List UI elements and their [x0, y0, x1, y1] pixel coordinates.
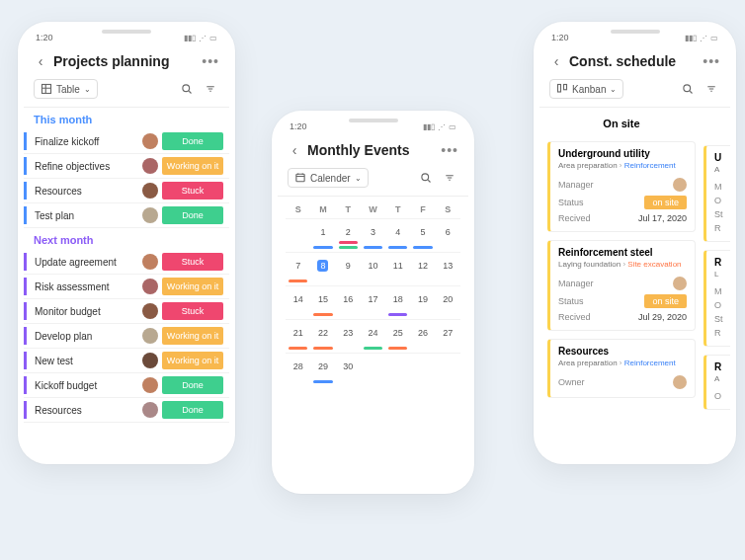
calendar-cell[interactable]: 26 [410, 319, 435, 353]
calendar-cell[interactable]: 28 [286, 353, 310, 386]
avatar[interactable] [142, 353, 158, 368]
status-pill[interactable]: Working on it [162, 157, 223, 175]
event-bar[interactable] [289, 280, 307, 282]
task-row[interactable]: Finalize kickoffDone [24, 129, 229, 154]
calendar-cell[interactable] [361, 353, 385, 386]
filter-icon[interactable] [703, 80, 720, 98]
calendar-cell[interactable]: 17 [361, 285, 385, 319]
avatar[interactable] [142, 279, 158, 294]
task-row[interactable]: ResourcesStuck [24, 179, 229, 203]
calendar-cell[interactable]: 29 [310, 353, 335, 386]
back-icon[interactable]: ‹ [288, 143, 301, 157]
status-pill[interactable]: on site [644, 294, 687, 308]
breadcrumb-link[interactable]: Site excavation [627, 260, 681, 269]
avatar[interactable] [142, 207, 158, 223]
task-row[interactable]: Kickoff budgetDone [24, 373, 229, 398]
event-bar[interactable] [364, 347, 382, 350]
event-bar[interactable] [339, 241, 358, 244]
task-row[interactable]: New testWorking on it [24, 349, 229, 373]
calendar-cell[interactable]: 24 [361, 319, 385, 353]
breadcrumb-link[interactable]: Reinforcement [624, 161, 676, 170]
task-row[interactable]: Update agreementStuck [24, 250, 229, 275]
view-selector[interactable]: Calender ⌄ [288, 168, 369, 188]
back-icon[interactable]: ‹ [549, 54, 563, 68]
calendar-cell[interactable]: 12 [410, 252, 435, 285]
calendar-cell[interactable]: 5 [410, 218, 435, 252]
breadcrumb-link[interactable]: Reinforcement [624, 359, 676, 367]
status-pill[interactable]: Stuck [162, 302, 223, 320]
calendar-cell[interactable]: 14 [286, 285, 310, 319]
avatar[interactable] [142, 303, 158, 319]
calendar-cell[interactable]: 13 [436, 252, 460, 285]
calendar-cell[interactable]: 16 [336, 285, 361, 319]
calendar-cell[interactable]: 30 [336, 353, 361, 386]
kanban-card[interactable]: ResourcesArea preparation › Reinforcemen… [547, 339, 696, 398]
search-icon[interactable] [417, 169, 435, 187]
calendar-cell[interactable]: 1 [310, 218, 335, 252]
filter-icon[interactable] [202, 80, 219, 98]
calendar-cell[interactable]: 19 [410, 285, 435, 319]
kanban-card[interactable]: Reinforcement steelLaying foundation › S… [547, 240, 696, 331]
event-bar[interactable] [313, 246, 332, 249]
status-pill[interactable]: Working on it [162, 352, 223, 369]
calendar-cell[interactable] [410, 353, 435, 386]
calendar-cell[interactable]: 23 [336, 319, 361, 353]
avatar[interactable] [673, 277, 687, 290]
calendar-cell[interactable]: 18 [385, 285, 410, 319]
kanban-card-peek[interactable]: RAO [704, 355, 730, 410]
more-icon[interactable]: ••• [703, 53, 720, 69]
calendar-cell[interactable] [385, 353, 410, 386]
kanban-card-peek[interactable]: UAMOStR [704, 145, 730, 242]
status-pill[interactable]: Working on it [162, 327, 223, 345]
calendar-cell[interactable]: 8 [310, 252, 335, 285]
task-row[interactable]: Test planDone [24, 203, 229, 228]
avatar[interactable] [142, 328, 158, 344]
status-pill[interactable]: Done [162, 376, 223, 394]
more-icon[interactable]: ••• [441, 142, 458, 158]
status-pill[interactable]: Working on it [162, 278, 223, 295]
calendar-cell[interactable]: 2 [336, 218, 361, 252]
calendar-cell[interactable]: 20 [436, 285, 460, 319]
avatar[interactable] [673, 178, 687, 192]
event-bar[interactable] [313, 380, 332, 383]
calendar-cell[interactable]: 21 [286, 319, 310, 353]
calendar-cell[interactable]: 25 [385, 319, 410, 353]
more-icon[interactable]: ••• [202, 53, 219, 69]
back-icon[interactable]: ‹ [34, 54, 47, 68]
status-pill[interactable]: Stuck [162, 182, 223, 200]
status-pill[interactable]: Stuck [162, 253, 223, 271]
event-bar[interactable] [313, 313, 332, 316]
avatar[interactable] [142, 402, 158, 418]
avatar[interactable] [142, 133, 158, 149]
event-bar[interactable] [364, 246, 382, 249]
event-bar[interactable] [339, 246, 358, 249]
view-selector[interactable]: Table ⌄ [34, 79, 98, 99]
filter-icon[interactable] [441, 169, 458, 187]
event-bar[interactable] [413, 246, 432, 249]
group-header[interactable]: Next month [24, 228, 229, 250]
task-row[interactable]: Monitor budgetStuck [24, 299, 229, 324]
calendar-cell[interactable]: 22 [310, 319, 335, 353]
calendar-cell[interactable]: 9 [336, 252, 361, 285]
view-selector[interactable]: Kanban ⌄ [549, 79, 623, 99]
calendar-cell[interactable]: 11 [385, 252, 410, 285]
calendar-cell[interactable]: 27 [436, 319, 460, 353]
status-pill[interactable]: Done [162, 132, 223, 150]
calendar-cell[interactable] [436, 353, 460, 386]
task-row[interactable]: Risk assessmentWorking on it [24, 275, 229, 299]
event-bar[interactable] [388, 347, 407, 350]
kanban-card-peek[interactable]: RLMOStR [704, 250, 730, 347]
event-bar[interactable] [388, 313, 407, 316]
event-bar[interactable] [289, 347, 307, 350]
avatar[interactable] [142, 377, 158, 393]
task-row[interactable]: Refine objectivesWorking on it [24, 154, 229, 179]
status-pill[interactable]: Done [162, 206, 223, 224]
calendar-cell[interactable]: 10 [361, 252, 385, 285]
calendar-cell[interactable]: 3 [361, 218, 385, 252]
avatar[interactable] [142, 158, 158, 174]
avatar[interactable] [142, 183, 158, 199]
task-row[interactable]: ResourcesDone [24, 398, 229, 423]
kanban-card[interactable]: Underground utilityArea preparation › Re… [547, 141, 696, 232]
calendar-cell[interactable]: 7 [286, 252, 310, 285]
calendar-cell[interactable]: 4 [385, 218, 410, 252]
